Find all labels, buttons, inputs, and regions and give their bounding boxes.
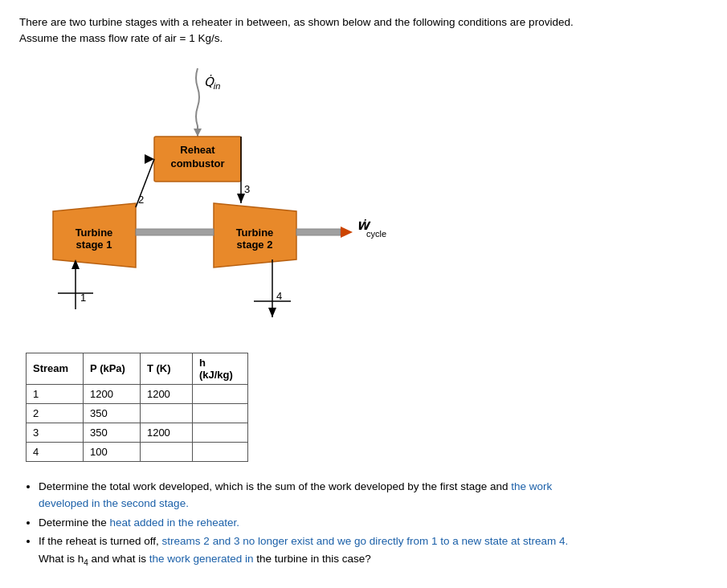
bullet-1: Determine the total work developed, whic… — [39, 478, 708, 512]
data-table: Stream P (kPa) T (K) h(kJ/kg) 1120012002… — [26, 353, 248, 462]
svg-text:1: 1 — [80, 292, 86, 304]
svg-text:stage 2: stage 2 — [237, 239, 273, 251]
cell-h-3 — [192, 423, 247, 442]
svg-text:4: 4 — [276, 290, 282, 302]
intro-line1: There are two turbine stages with a rehe… — [19, 16, 574, 28]
cell-p-2: 350 — [84, 403, 141, 423]
cell-stream-2: 2 — [27, 403, 84, 423]
svg-text:stage 1: stage 1 — [76, 239, 112, 251]
bullet-3: If the reheat is turned off, streams 2 a… — [39, 533, 708, 569]
table-row: 4100 — [27, 442, 248, 461]
svg-text:Q̇in: Q̇in — [204, 75, 220, 91]
svg-rect-12 — [296, 229, 341, 235]
svg-marker-0 — [194, 129, 202, 137]
col-stream: Stream — [27, 353, 84, 384]
svg-rect-11 — [136, 229, 214, 235]
bullet-list: Determine the total work developed, whic… — [39, 478, 708, 570]
cell-p-1: 1200 — [84, 384, 141, 403]
svg-text:Reheat: Reheat — [180, 144, 215, 156]
cell-t-2 — [140, 403, 192, 423]
svg-text:2: 2 — [138, 194, 144, 206]
col-enthalpy: h(kJ/kg) — [192, 353, 247, 384]
cell-stream-3: 3 — [27, 423, 84, 442]
col-pressure: P (kPa) — [84, 353, 141, 384]
svg-text:cycle: cycle — [366, 229, 386, 239]
cell-h-2 — [192, 403, 247, 423]
table-row: 2350 — [27, 403, 248, 423]
cell-h-1 — [192, 384, 247, 403]
svg-marker-13 — [341, 227, 353, 238]
cell-h-4 — [192, 442, 247, 461]
cell-t-4 — [140, 442, 192, 461]
diagram-svg: Q̇in Reheat combustor Turbine stage 1 Tu… — [35, 60, 405, 333]
col-temp: T (K) — [140, 353, 192, 384]
cell-stream-4: 4 — [27, 442, 84, 461]
cell-t-1: 1200 — [140, 384, 192, 403]
cell-t-3: 1200 — [140, 423, 192, 442]
bullet-2: Determine the heat added in the reheater… — [39, 514, 708, 532]
diagram: Q̇in Reheat combustor Turbine stage 1 Tu… — [35, 60, 405, 333]
intro-line2: Assume the mass flow rate of air = 1 Kg/… — [19, 32, 223, 44]
svg-marker-27 — [268, 308, 276, 317]
table-row: 33501200 — [27, 423, 248, 442]
table-row: 112001200 — [27, 384, 248, 403]
cell-p-4: 100 — [84, 442, 141, 461]
cell-p-3: 350 — [84, 423, 141, 442]
svg-text:Turbine: Turbine — [76, 227, 113, 239]
intro-paragraph: There are two turbine stages with a rehe… — [19, 14, 708, 47]
svg-text:combustor: combustor — [170, 157, 224, 169]
cell-stream-1: 1 — [27, 384, 84, 403]
svg-text:3: 3 — [244, 183, 250, 195]
svg-text:Turbine: Turbine — [236, 227, 274, 239]
